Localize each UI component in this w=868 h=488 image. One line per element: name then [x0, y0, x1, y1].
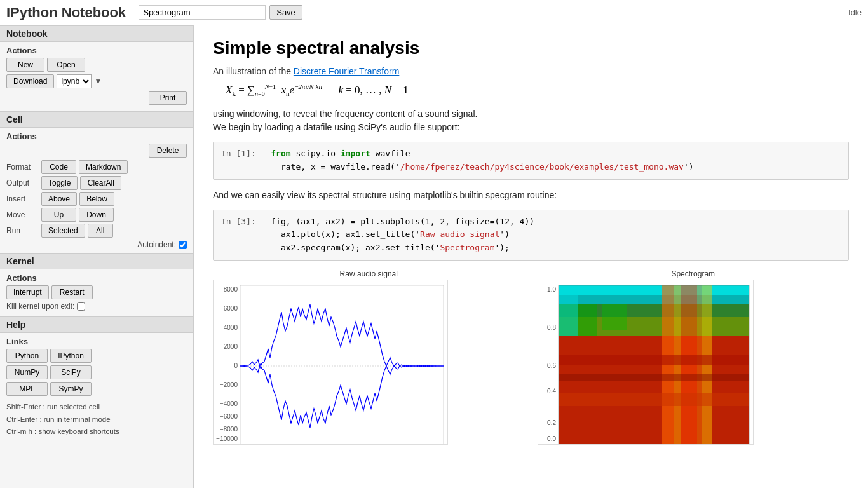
new-button[interactable]: New: [6, 58, 44, 72]
kill-kernel-label: Kill kernel upon exit:: [6, 302, 74, 311]
cell1-prompt: In [1]:: [221, 149, 256, 158]
kernel-actions-label: Actions: [6, 273, 187, 283]
mpl-link-button[interactable]: MPL: [6, 382, 48, 396]
down-button[interactable]: Down: [79, 208, 114, 222]
svg-text:−6000: −6000: [220, 413, 238, 420]
spectrogram-title: Spectrogram: [538, 269, 850, 278]
delete-button[interactable]: Delete: [149, 144, 187, 158]
svg-text:0.8: 0.8: [547, 324, 556, 331]
shortcut-3: Ctrl-m h : show keyboard shortcuts: [6, 426, 187, 438]
svg-text:0.6: 0.6: [547, 362, 556, 369]
notebook-name-input[interactable]: [139, 5, 266, 20]
svg-text:−10000: −10000: [216, 435, 238, 442]
selected-button[interactable]: Selected: [41, 224, 85, 238]
links-label: Links: [6, 337, 187, 346]
waveform-title: Raw audio signal: [213, 269, 525, 278]
scipy-link-button[interactable]: SciPy: [50, 365, 92, 379]
svg-text:0.0: 0.0: [547, 435, 556, 442]
svg-rect-49: [559, 285, 578, 336]
cell3-prompt: In [3]:: [221, 217, 256, 226]
svg-rect-43: [702, 285, 712, 445]
python-link-button[interactable]: Python: [6, 349, 48, 363]
svg-text:−2000: −2000: [220, 381, 238, 388]
svg-rect-44: [559, 355, 749, 365]
code-cell-1[interactable]: In [1]: from scipy.io import wavfile rat…: [213, 142, 849, 180]
print-button[interactable]: Print: [149, 91, 187, 105]
move-label: Move: [6, 210, 41, 219]
insert-label: Insert: [6, 194, 41, 203]
format-label: Format: [6, 163, 41, 172]
waveform-chart: Raw audio signal 8000 6000 4000 2000 0 −…: [213, 269, 525, 447]
svg-rect-46: [559, 393, 749, 406]
svg-rect-35: [559, 285, 749, 295]
shortcut-2: Ctrl-Enter : run in terminal mode: [6, 414, 187, 426]
sympy-link-button[interactable]: SymPy: [50, 382, 92, 396]
kernel-section-header: Kernel: [0, 253, 193, 269]
below-button[interactable]: Below: [79, 192, 114, 206]
svg-text:1.0: 1.0: [547, 286, 556, 293]
svg-rect-39: [662, 285, 674, 445]
autoindent-checkbox[interactable]: [179, 241, 187, 249]
ipython-link-button[interactable]: IPython: [50, 349, 92, 363]
intro-paragraph: An illustration of the Discrete Fourier …: [213, 66, 849, 76]
idle-status: Idle: [848, 8, 862, 17]
clearall-button[interactable]: ClearAll: [80, 176, 121, 190]
svg-text:4000: 4000: [224, 324, 238, 331]
toggle-button[interactable]: Toggle: [41, 176, 78, 190]
shortcut-1: Shift-Enter : run selected cell: [6, 401, 187, 414]
code-cell-3[interactable]: In [3]: fig, (ax1, ax2) = plt.subplots(1…: [213, 210, 849, 261]
open-button[interactable]: Open: [47, 58, 85, 72]
formula-block: Xk = ∑n=0N−1 xne−2πi/N kn k = 0, … , N −…: [226, 83, 849, 97]
svg-rect-45: [559, 374, 749, 381]
dft-link[interactable]: Discrete Fourier Transform: [294, 66, 399, 76]
svg-text:0.4: 0.4: [547, 388, 556, 395]
svg-text:0.2: 0.2: [547, 419, 556, 426]
download-button[interactable]: Download: [6, 74, 54, 88]
code-button[interactable]: Code: [41, 160, 76, 174]
spectrogram-svg: 1.0 0.8 0.6 0.4 0.2 0.0 0 5000 10000 150…: [538, 280, 754, 445]
body-text-3: And we can easily view its spectral stru…: [213, 189, 849, 202]
svg-rect-48: [602, 304, 627, 330]
notebook-section-header: Notebook: [0, 25, 193, 42]
kill-kernel-checkbox[interactable]: [77, 302, 85, 311]
notebook-actions-label: Actions: [6, 46, 187, 55]
above-button[interactable]: Above: [41, 192, 77, 206]
autoindent-label: Autoindent:: [137, 240, 176, 249]
spectrogram-chart: Spectrogram 1.0 0.8 0.6 0.4 0.2 0.0 0 50…: [538, 269, 850, 447]
cell1-path: /home/fperez/teach/py4science/book/examp…: [400, 162, 684, 172]
cell-section-header: Cell: [0, 111, 193, 128]
svg-text:6000: 6000: [224, 305, 238, 312]
page-heading: Simple spectral analysis: [213, 38, 849, 58]
restart-button[interactable]: Restart: [51, 285, 93, 299]
markdown-button[interactable]: Markdown: [79, 160, 128, 174]
numpy-link-button[interactable]: NumPy: [6, 365, 48, 379]
svg-text:−8000: −8000: [220, 426, 238, 433]
waveform-svg: 8000 6000 4000 2000 0 −2000 −4000 −6000 …: [213, 280, 448, 445]
svg-text:0: 0: [234, 362, 238, 369]
download-format-select[interactable]: ipynb py html: [57, 74, 92, 88]
svg-rect-42: [697, 285, 702, 445]
up-button[interactable]: Up: [41, 208, 76, 222]
help-section-header: Help: [0, 316, 193, 333]
svg-text:−4000: −4000: [220, 400, 238, 407]
interrupt-button[interactable]: Interrupt: [6, 285, 49, 299]
svg-rect-38: [559, 336, 749, 445]
all-button[interactable]: All: [88, 224, 113, 238]
output-label: Output: [6, 179, 41, 187]
svg-rect-40: [674, 285, 681, 445]
charts-row: Raw audio signal 8000 6000 4000 2000 0 −…: [213, 269, 849, 447]
run-label: Run: [6, 226, 41, 235]
svg-text:2000: 2000: [224, 343, 238, 350]
app-title: IPython Notebook: [6, 4, 126, 21]
cell-actions-label: Actions: [6, 132, 187, 141]
svg-rect-41: [681, 285, 697, 445]
save-button[interactable]: Save: [269, 5, 302, 20]
svg-text:8000: 8000: [224, 286, 238, 293]
body-text-1: using windowing, to reveal the frequency…: [213, 107, 849, 134]
